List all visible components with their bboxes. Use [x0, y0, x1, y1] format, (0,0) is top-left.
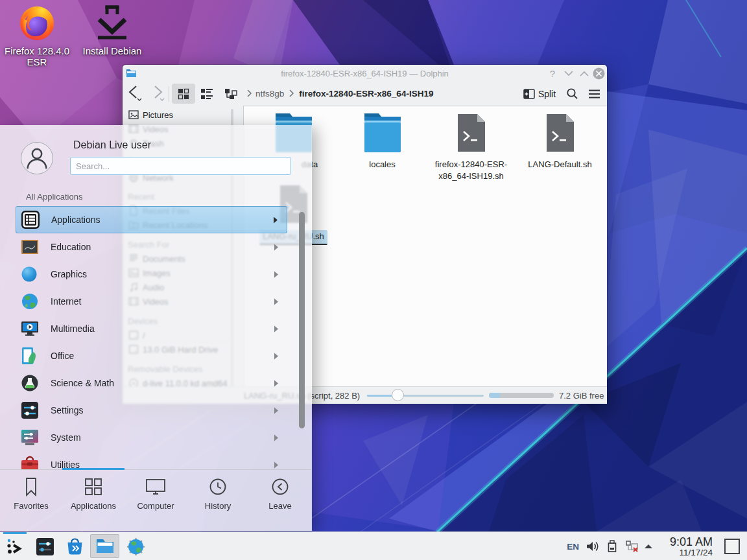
- tab-computer[interactable]: Computer: [124, 477, 187, 511]
- taskbar-discover-button[interactable]: [62, 532, 87, 560]
- taskbar-dolphin-task[interactable]: [90, 534, 119, 558]
- chevron-up-icon: [580, 71, 589, 76]
- tab-history[interactable]: History: [187, 477, 249, 511]
- zoom-slider-fill: [367, 395, 392, 397]
- multimedia-icon: [19, 318, 40, 339]
- clock-date: 11/17/24: [662, 548, 713, 557]
- submenu-arrow-icon: [274, 325, 279, 332]
- launcher-scrollbar[interactable]: [299, 212, 305, 428]
- desktop-icon-label: Firefox 128.4.0 ESR: [0, 45, 76, 67]
- system-tray: EN 9:01 AM 11/17/24: [567, 532, 747, 560]
- desktop-root: Firefox 128.4.0 ESR Install Debian firef…: [0, 0, 747, 560]
- category-applications[interactable]: Applications: [16, 206, 287, 233]
- close-icon: [593, 67, 605, 80]
- submenu-arrow-icon: [274, 380, 279, 387]
- file-label: LANG-Default.sh: [519, 159, 602, 170]
- active-tab-indicator: [62, 468, 124, 470]
- forward-button[interactable]: [148, 83, 166, 102]
- tab-applications[interactable]: Applications: [62, 477, 124, 511]
- taskbar-settings-button[interactable]: [32, 532, 57, 560]
- taskbar: EN 9:01 AM 11/17/24: [0, 531, 747, 560]
- applications-grid-icon: [84, 477, 103, 496]
- tray-expand-icon[interactable]: [644, 544, 653, 549]
- category-list: Applications Education Graphics: [0, 206, 311, 469]
- submenu-arrow-icon: [274, 244, 279, 251]
- volume-icon[interactable]: [586, 541, 600, 552]
- breadcrumb-current[interactable]: firefox-12840-ESR-x86_64-ISH19: [299, 89, 433, 99]
- search-input[interactable]: [70, 157, 291, 175]
- chevron-right-icon: [246, 89, 252, 97]
- file-label: firefox-12840-ESR-x86_64-ISH19.sh: [430, 159, 513, 182]
- place-pictures[interactable]: Pictures: [128, 108, 239, 122]
- desktop-icon-install-debian[interactable]: Install Debian: [73, 4, 151, 56]
- submenu-arrow-icon: [274, 434, 279, 441]
- compact-view-icon: [200, 88, 213, 100]
- maximize-button[interactable]: [576, 65, 592, 82]
- file-item-firefox-script[interactable]: firefox-12840-ESR-x86_64-ISH19.sh: [427, 112, 516, 182]
- network-disconnected-icon[interactable]: [625, 540, 639, 553]
- system-settings-icon: [36, 537, 54, 556]
- discover-icon: [65, 537, 84, 556]
- taskbar-browser-button[interactable]: [123, 532, 148, 560]
- arrow-back-icon: [126, 84, 142, 101]
- category-system[interactable]: System: [16, 424, 287, 451]
- tabbar-separator: [0, 469, 311, 470]
- category-internet[interactable]: Internet: [16, 288, 287, 315]
- details-view-button[interactable]: [219, 84, 243, 104]
- arrow-forward-icon: [149, 84, 165, 101]
- education-icon: [19, 237, 40, 257]
- free-space-bar-fill: [489, 393, 500, 398]
- icons-view-icon: [178, 88, 189, 100]
- section-label: All Applications: [26, 192, 82, 202]
- help-button[interactable]: ?: [545, 65, 560, 82]
- user-avatar[interactable]: [21, 142, 53, 174]
- digital-clock[interactable]: 9:01 AM 11/17/24: [662, 536, 713, 557]
- category-office[interactable]: Office: [16, 342, 287, 369]
- back-button[interactable]: [125, 83, 143, 102]
- desktop-icon-firefox[interactable]: Firefox 128.4.0 ESR: [0, 4, 76, 67]
- science-flask-icon: [19, 373, 40, 393]
- firefox-icon: [18, 4, 56, 41]
- titlebar[interactable]: firefox-12840-ESR-x86_64-ISH19 — Dolphin…: [123, 65, 607, 82]
- desktop-icon-label: Install Debian: [73, 45, 151, 56]
- free-space-label: 7.2 GiB free: [559, 387, 604, 404]
- breadcrumb-volume[interactable]: ntfs8gb: [255, 89, 284, 99]
- window-title: firefox-12840-ESR-x86_64-ISH19 — Dolphin: [123, 65, 607, 82]
- icons-view-button[interactable]: [172, 84, 195, 104]
- tab-favorites[interactable]: Favorites: [0, 477, 62, 511]
- category-education[interactable]: Education: [16, 233, 287, 261]
- menu-button[interactable]: [584, 84, 604, 104]
- clock-time: 9:01 AM: [662, 536, 713, 548]
- compact-view-button[interactable]: [195, 84, 219, 104]
- tab-leave[interactable]: Leave: [249, 477, 311, 511]
- utilities-toolbox-icon: [19, 454, 40, 469]
- search-icon: [566, 88, 578, 100]
- submenu-arrow-icon: [273, 216, 278, 224]
- category-utilities[interactable]: Utilities: [16, 451, 287, 469]
- category-settings[interactable]: Settings: [16, 397, 287, 424]
- category-multimedia[interactable]: Multimedia: [16, 315, 287, 342]
- minimize-button[interactable]: [561, 65, 576, 82]
- submenu-arrow-icon: [274, 271, 279, 278]
- dolphin-folder-icon: [96, 537, 114, 554]
- web-browser-globe-icon: [126, 537, 145, 556]
- user-name: Debian Live user: [73, 139, 151, 151]
- file-item-locales[interactable]: locales: [338, 112, 427, 170]
- show-desktop-button[interactable]: [724, 539, 740, 554]
- search-button[interactable]: [562, 84, 582, 104]
- split-button[interactable]: Split: [519, 84, 560, 104]
- breadcrumb: ntfs8gb firefox-12840-ESR-x86_64-ISH19: [243, 82, 433, 105]
- computer-monitor-icon: [145, 477, 167, 496]
- category-science-math[interactable]: Science & Math: [16, 369, 287, 397]
- leave-icon: [270, 477, 290, 496]
- zoom-slider-handle[interactable]: [392, 389, 404, 401]
- usb-device-icon[interactable]: [608, 540, 617, 553]
- taskbar-launcher-button[interactable]: [3, 532, 27, 560]
- file-item-lang-default[interactable]: LANG-Default.sh: [516, 112, 604, 170]
- category-graphics[interactable]: Graphics: [16, 261, 287, 288]
- system-icon: [19, 427, 40, 448]
- close-button[interactable]: [591, 65, 606, 82]
- split-view-icon: [523, 89, 535, 99]
- office-icon: [19, 345, 40, 366]
- keyboard-layout-indicator[interactable]: EN: [567, 542, 579, 552]
